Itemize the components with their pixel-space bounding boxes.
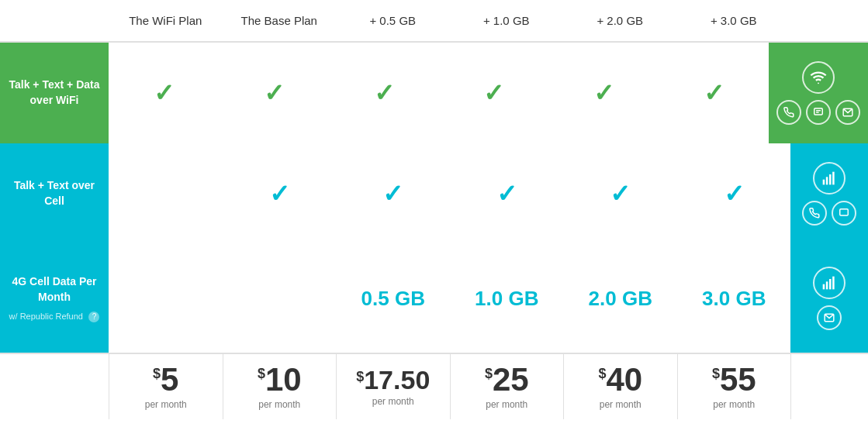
svg-rect-7 [829, 174, 832, 184]
cell-col5-check: ✓ [563, 143, 677, 244]
wifi-col1-check: ✓ [109, 43, 219, 143]
cell-bottom-icons [802, 201, 856, 226]
price-icon-col-empty [790, 354, 868, 419]
signal-circle-icon [813, 162, 846, 195]
message-square-icon [806, 100, 831, 125]
data-col1-empty [109, 244, 223, 353]
price-row: $ 5 per month $ 10 per month $ 17.50 per… [0, 353, 868, 419]
cell-feature-row: Talk + Text over Cell ✓ ✓ ✓ ✓ ✓ [0, 143, 868, 244]
data-signal-circle-icon [813, 267, 846, 299]
wifi-bottom-icons [776, 100, 860, 125]
svg-point-0 [818, 82, 819, 84]
price-label-empty [0, 354, 109, 419]
header-30gb: + 3.0 GB [677, 0, 791, 43]
svg-rect-5 [823, 180, 825, 185]
wifi-row-label: Talk + Text + Data over WiFi [0, 43, 109, 143]
cell-row-label: Talk + Text over Cell [0, 143, 109, 244]
cell-phone-icon [802, 201, 827, 226]
data-icon-col [790, 244, 868, 353]
data-col5-value: 2.0 GB [563, 244, 677, 353]
price-cell-2: $ 17.50 per month [336, 354, 450, 419]
cell-col3-check: ✓ [336, 143, 450, 244]
price-cell-4: $ 40 per month [563, 354, 677, 419]
cell-col2-check: ✓ [223, 143, 337, 244]
wifi-col4-check: ✓ [438, 43, 548, 143]
wifi-col6-check: ✓ [659, 43, 769, 143]
svg-rect-13 [832, 277, 835, 290]
data-col2-empty [223, 244, 337, 353]
price-amount-3: $ 25 [485, 363, 529, 396]
header-empty [0, 0, 109, 43]
header-10gb: + 1.0 GB [450, 0, 564, 43]
svg-rect-9 [840, 209, 849, 215]
data-email-icon [817, 305, 842, 330]
svg-rect-1 [814, 108, 823, 115]
wifi-circle-icon [802, 61, 835, 94]
price-cell-5: $ 55 per month [677, 354, 791, 419]
email-icon [835, 100, 860, 125]
pricing-table: The WiFi Plan The Base Plan + 0.5 GB + 1… [0, 0, 868, 419]
price-amount-4: $ 40 [598, 363, 642, 396]
wifi-feature-row: Talk + Text + Data over WiFi ✓ ✓ ✓ ✓ ✓ ✓ [0, 43, 868, 143]
data-col3-value: 0.5 GB [336, 244, 450, 353]
svg-rect-8 [832, 172, 835, 185]
wifi-col5-check: ✓ [548, 43, 659, 143]
wifi-icon-col [769, 43, 868, 143]
header-20gb: + 2.0 GB [563, 0, 677, 43]
phone-icon [776, 100, 801, 125]
cell-col6-check: ✓ [677, 143, 791, 244]
svg-rect-12 [829, 279, 832, 289]
cell-col4-check: ✓ [450, 143, 564, 244]
price-cell-3: $ 25 per month [450, 354, 564, 419]
price-amount-5: $ 55 [712, 363, 756, 396]
price-cell-0: $ 5 per month [109, 354, 223, 419]
price-cell-1: $ 10 per month [223, 354, 337, 419]
price-amount-0: $ 5 [153, 363, 178, 396]
cell-message-icon [832, 201, 856, 226]
data-feature-row: 4G Cell Data Per Month w/ Republic Refun… [0, 244, 868, 353]
data-col4-value: 1.0 GB [450, 244, 564, 353]
cell-col1-empty [109, 143, 223, 244]
svg-rect-11 [826, 281, 828, 289]
price-amount-2: $ 17.50 [356, 367, 430, 393]
data-row-label: 4G Cell Data Per Month w/ Republic Refun… [0, 244, 109, 353]
svg-rect-6 [826, 177, 828, 184]
wifi-col3-check: ✓ [329, 43, 439, 143]
header-05gb: + 0.5 GB [336, 0, 450, 43]
header-wifi-plan: The WiFi Plan [109, 0, 223, 43]
cell-icon-col [790, 143, 868, 244]
svg-rect-10 [823, 284, 825, 290]
header-row: The WiFi Plan The Base Plan + 0.5 GB + 1… [0, 0, 868, 43]
price-amount-1: $ 10 [258, 363, 302, 396]
header-icon-col [790, 0, 868, 43]
question-mark-icon[interactable]: ? [88, 312, 99, 322]
wifi-col2-check: ✓ [219, 43, 329, 143]
header-base-plan: The Base Plan [223, 0, 337, 43]
data-col6-value: 3.0 GB [677, 244, 791, 353]
